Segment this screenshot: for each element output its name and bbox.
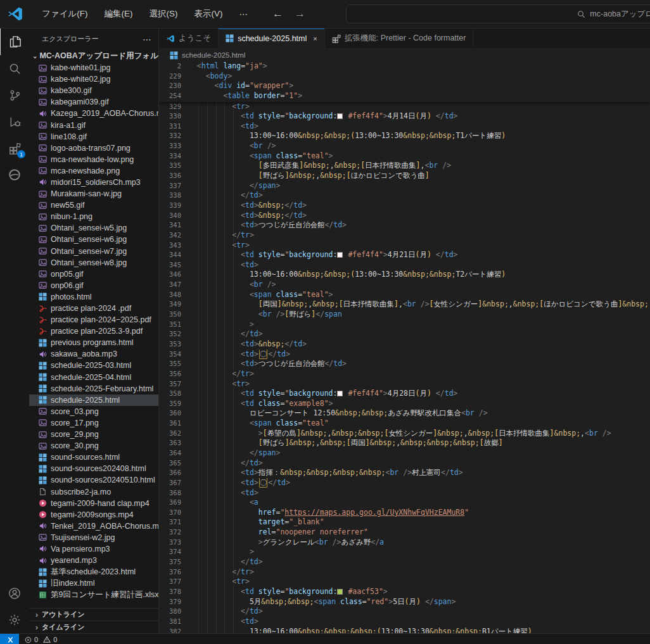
file-row[interactable]: score_30.png [29,440,158,451]
command-center-search[interactable]: mc-aobaアップロード用フォルダー [346,4,650,23]
editor-tab[interactable]: schedule-2025.html× [219,28,325,48]
code-line[interactable]: 370href="https://maps.app.goo.gl/UyXNhwF… [159,508,650,518]
color-swatch[interactable] [337,113,343,119]
file-row[interactable]: subscribe2-ja.mo [29,486,158,497]
file-row[interactable]: kabe-white02.jpg [29,73,158,85]
code-line[interactable]: 338</td> [159,191,650,201]
code-line[interactable]: 3795月&nbsp;&nbsp;<span class="red">5日(月)… [159,597,650,607]
activity-edge-tools[interactable] [0,161,29,188]
code-line[interactable]: 34613:00~16:00&nbsp;&nbsp;(13:00~13:30&n… [159,270,650,280]
file-row[interactable]: onp05.gif [29,268,158,280]
code-line[interactable]: 339<td>&nbsp;</td> [159,201,650,211]
code-line[interactable]: 373>グランクレール<br />あざみ野</a [159,538,650,548]
file-row[interactable]: tegami-2009songs.mp4 [29,509,158,521]
file-row[interactable]: logo-aoba-trans07.png [29,142,158,154]
activity-accounts[interactable] [0,580,29,607]
code-line[interactable]: 2<html lang="ja"> [159,61,650,72]
code-line[interactable]: 365</td> [159,458,650,469]
file-row[interactable]: Ohtani_sensei-w7.jpg [29,246,158,257]
code-line[interactable]: 254<table border="1"> [159,91,650,101]
code-line[interactable]: 364</span> [159,448,650,458]
file-row[interactable]: Va pensiero.mp3 [29,543,158,555]
code-line[interactable]: 362>[希望の島]&nbsp;,&nbsp;&nbsp;[女性シンガー]&nb… [159,429,650,439]
file-row[interactable]: schedule-2025-04.html [29,372,158,383]
file-row[interactable]: sound-sources.html [29,451,158,463]
code-line[interactable]: 352</td> [159,329,650,339]
menu-view[interactable]: 表示(V) [186,5,231,23]
code-line[interactable]: 334<span class="teal"> [159,151,650,161]
activity-run-debug[interactable] [0,108,29,135]
activity-source-control[interactable] [0,82,29,108]
code-line[interactable]: 330<td style="background: #fef4f4">4月14日… [159,111,650,122]
code-editor[interactable]: 2<html lang="ja">229<body>230<div id="wr… [159,61,650,633]
section-outline[interactable]: ›アウトライン [29,608,158,621]
code-line[interactable]: 348<span class="teal"> [159,290,650,300]
file-row[interactable]: sakawa_aoba.mp3 [29,348,158,360]
file-row[interactable]: midori15_soldiersCh.mp3 [29,177,158,188]
file-row[interactable]: tegami-2009-hand clap.mp4 [29,498,158,509]
file-row[interactable]: sound-sources202408.html [29,463,158,474]
menu-selection[interactable]: 選択(S) [141,5,186,23]
activity-settings[interactable] [0,607,29,633]
file-row[interactable]: score_03.png [29,406,158,417]
file-row[interactable]: photos.html [29,291,158,303]
code-line[interactable]: 336[野ばら]&nbsp;,&nbsp;[ほかロビコンで歌う曲] [159,171,650,181]
code-line[interactable]: 378<td style="background: #aacf53"> [159,587,650,597]
file-row[interactable]: Kazega_2019_AOBA-Chorus.mp3 [29,108,158,119]
color-swatch[interactable] [337,252,343,258]
file-row[interactable]: schedule-2025.html [29,395,158,406]
code-line[interactable]: 229<body> [159,72,650,82]
file-row[interactable]: kabe300.gif [29,85,158,96]
file-row[interactable]: yearend.mp3 [29,555,158,566]
code-line[interactable]: 333<br /> [159,141,650,151]
file-row[interactable]: Tenkei_2019_AOBA-Chorus.mp3 [29,521,158,532]
file-row[interactable]: Tsujisensei-w2.jpg [29,532,158,543]
file-row[interactable]: schedule-2025-February.html [29,383,158,395]
code-line[interactable]: 33213:00~16:00&nbsp;&nbsp;(13:00~13:30&n… [159,131,650,141]
history-back-icon[interactable]: ← [272,8,283,20]
activity-explorer[interactable] [0,28,30,55]
code-line[interactable]: 350<br />[野ばら]</span [159,310,650,320]
file-row[interactable]: score_17.png [29,417,158,429]
explorer-more-actions-icon[interactable]: ⋯ [143,34,152,44]
code-line[interactable]: 369<a [159,498,650,508]
history-forward-icon[interactable]: → [295,8,305,20]
file-row[interactable]: 第9回コンサート練習計画.xlsx [29,589,158,600]
code-line[interactable]: 335[多田武彦集]&nbsp;,&nbsp;[日本抒情歌曲集],<br /> [159,161,650,171]
code-line[interactable]: 343<tr> [159,241,650,251]
code-line[interactable]: 355<td>つつじが丘自治会館</td> [159,359,650,369]
file-row[interactable]: kabe-white01.jpg [29,62,158,73]
code-line[interactable]: 361<span class="teal" [159,419,650,429]
code-line[interactable]: 371target="_blank" [159,517,650,527]
code-line[interactable]: 230<div id="wrapper"> [159,81,650,91]
file-row[interactable]: practice plan-2024 .pdf [29,303,158,314]
folder-root[interactable]: ⌄ MC-AOBAアップロード用フォルダー [29,49,158,62]
code-line[interactable]: 366<td>指揮：&nbsp;&nbsp;&nbsp;&nbsp;<br />… [159,468,650,478]
code-line[interactable]: 375</td> [159,557,650,567]
file-row[interactable]: nibun-1.png [29,211,158,222]
code-line[interactable]: 340<td>&nbsp;</td> [159,211,650,221]
color-swatch[interactable] [337,391,343,396]
code-line[interactable]: 359<td class="example8"> [159,399,650,409]
code-line[interactable]: 367<td>〇</td> [159,478,650,488]
code-line[interactable]: 331<td> [159,122,650,132]
code-line[interactable]: 349[両国]&nbsp;,&nbsp;[日本抒情歌曲集],<br />[女性シ… [159,300,650,310]
file-row[interactable]: previous programs.html [29,337,158,348]
file-row[interactable]: Ohtani_sensei-w8.jpg [29,257,158,268]
code-line[interactable]: 376</tr> [159,567,650,578]
file-row[interactable]: kabegami039.gif [29,96,158,108]
file-row[interactable]: kira-a1.gif [29,119,158,130]
code-line[interactable]: 377<tr> [159,577,650,587]
activity-extensions[interactable]: 1 [0,135,29,161]
code-line[interactable]: 357<tr> [159,379,650,389]
color-swatch[interactable] [337,589,343,595]
file-row[interactable]: 旧index.html [29,578,158,589]
code-line[interactable]: 381<td> [159,617,650,627]
file-row[interactable]: schedule-2025-03.html [29,360,158,371]
file-row[interactable]: score_29.png [29,429,158,440]
code-line[interactable]: 329<tr> [159,102,650,112]
section-timeline[interactable]: ›タイムライン [29,621,158,633]
file-row[interactable]: sound-sources20240510.html [29,474,158,486]
editor-tab[interactable]: ようこそ [159,28,219,48]
code-line[interactable]: 341<td>つつじが丘自治会館</td> [159,220,650,230]
